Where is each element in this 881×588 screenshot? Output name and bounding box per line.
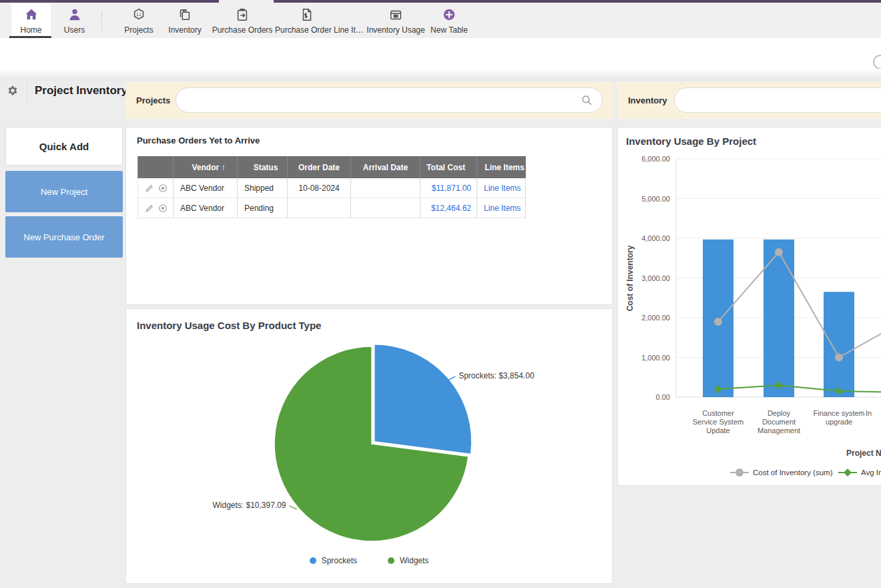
gear-icon[interactable] [7, 85, 19, 97]
cell-status: Shipped [238, 178, 288, 198]
cell-total-cost-link[interactable]: $12,464.62 [431, 204, 471, 213]
y-tick-label: 5,000.00 [641, 195, 670, 203]
top-navigation-bar: Home Users Projects Inventory [0, 0, 881, 38]
line-series [718, 252, 881, 358]
column-header-arrival-date[interactable]: Arrival Date [351, 156, 420, 178]
column-header-total-cost[interactable]: Total Cost [420, 156, 477, 178]
bar-1[interactable] [764, 240, 794, 397]
edit-pencil-icon[interactable] [145, 184, 154, 193]
purchase-orders-report-card: Purchase Orders Yet to Arrive Vendor ↑ S… [125, 127, 613, 305]
projects-search-label: Projects [136, 95, 170, 105]
new-table-plus-icon [430, 7, 469, 22]
edit-pencil-icon[interactable] [145, 204, 154, 213]
y-tick-label: 6,000.00 [641, 155, 670, 163]
x-category-label: Document [762, 418, 796, 426]
line-point-circle[interactable] [835, 354, 843, 362]
legend-label: Widgets [400, 556, 428, 565]
table-row[interactable]: ABC Vendor Shipped 10-08-2024 $11,871.00… [137, 178, 526, 198]
x-category-label: Management [758, 426, 800, 434]
column-header-vendor[interactable]: Vendor ↑ [174, 156, 238, 178]
header-shadow-gradient [0, 69, 881, 81]
inventory-search-input[interactable] [685, 89, 881, 111]
legend-marker-diamond [844, 469, 852, 477]
tab-label: Home [20, 25, 41, 35]
tab-inventory[interactable]: Inventory [164, 3, 206, 38]
cell-total-cost-link[interactable]: $11,871.00 [432, 184, 471, 193]
x-category-label: Update [706, 426, 729, 434]
new-project-button[interactable]: New Project [5, 171, 123, 212]
line-point-circle[interactable] [714, 318, 722, 326]
line-point-circle[interactable] [775, 248, 783, 256]
view-eye-icon[interactable] [158, 184, 168, 193]
x-category-label: Customer [702, 409, 734, 417]
search-icon[interactable] [581, 94, 593, 106]
x-category-label: In [866, 409, 872, 417]
inventory-search-band: Inventory [617, 82, 881, 119]
report-title: Purchase Orders Yet to Arrive [137, 135, 260, 145]
view-eye-icon[interactable] [158, 204, 168, 213]
inventory-usage-table-icon [366, 7, 426, 22]
pie-legend-item[interactable]: Sprockets [310, 556, 357, 565]
cell-line-items-link[interactable]: Line Items [484, 204, 521, 213]
column-header-status[interactable]: Status [238, 156, 288, 178]
nav-divider [101, 11, 102, 30]
purchase-orders-table: Vendor ↑ Status Order Date Arrival Date … [137, 156, 526, 218]
x-axis-title: Project Na [846, 449, 881, 458]
bar-line-chart[interactable]: 0.001,000.002,000.003,000.004,000.005,00… [618, 154, 881, 485]
breadcrumb-bar: Project Inventory Starter App > Dashboar… [0, 38, 881, 69]
legend-color-dot [388, 557, 394, 564]
bar-2[interactable] [824, 292, 854, 397]
x-category-label: Finance system [813, 409, 864, 417]
pie-callout-line [448, 376, 455, 380]
pie-legend-item[interactable]: Widgets [388, 556, 428, 565]
tab-label: Purchase Order Line It… [275, 25, 364, 35]
new-purchase-order-button[interactable]: New Purchase Order [5, 216, 123, 258]
tab-users[interactable]: Users [56, 3, 93, 38]
tab-home[interactable]: Home [11, 3, 51, 38]
x-category-label: upgrade [826, 418, 852, 426]
pie-legend: SprocketsWidgets [126, 556, 612, 565]
y-axis-title: Cost of Inventory [625, 245, 635, 311]
combo-chart-card: Inventory Usage By Project 0.001,000.002… [617, 127, 881, 486]
y-tick-label: 4,000.00 [641, 234, 670, 242]
pie-callout-line [290, 506, 297, 509]
app-root: Home Users Projects Inventory [0, 0, 881, 588]
cell-line-items-link[interactable]: Line Items [484, 184, 521, 193]
legend-label[interactable]: Cost of Inventory (sum) [753, 469, 833, 477]
tab-label: Projects [124, 25, 153, 35]
projects-search-input[interactable] [187, 89, 575, 111]
table-row[interactable]: ABC Vendor Pending $12,464.62 Line Items [137, 198, 526, 218]
y-tick-label: 2,000.00 [641, 314, 670, 322]
tab-projects[interactable]: Projects [117, 3, 160, 38]
legend-label: Sprockets [322, 556, 357, 565]
cell-order-date [288, 198, 351, 218]
purchase-order-line-items-table-icon [275, 7, 339, 22]
pie-slice-sprockets[interactable] [374, 344, 472, 455]
tab-purchase-orders[interactable]: Purchase Orders [211, 3, 274, 38]
legend-color-dot [310, 557, 316, 564]
tab-inventory-usage[interactable]: Inventory Usage [366, 3, 426, 38]
x-category-label: Service System [693, 418, 744, 426]
projects-search-band: Projects [125, 82, 613, 119]
projects-search-box[interactable] [176, 87, 603, 113]
cell-vendor: ABC Vendor [174, 178, 238, 198]
combo-chart-title: Inventory Usage By Project [626, 135, 756, 147]
column-header-order-date[interactable]: Order Date [288, 156, 351, 178]
tab-label: Inventory Usage [366, 25, 424, 35]
inventory-search-box[interactable] [674, 87, 881, 113]
legend-label[interactable]: Avg Inventory [861, 469, 881, 477]
breadcrumb-divider [27, 80, 27, 103]
legend-marker-circle [736, 469, 744, 477]
pie-chart[interactable]: Sprockets: $3,854.00Widgets: $10,397.09 [126, 309, 612, 549]
cell-order-date: 10-08-2024 [288, 178, 351, 198]
y-tick-label: 3,000.00 [641, 274, 670, 282]
inventory-table-icon [164, 7, 206, 22]
column-header-line-items[interactable]: Line Items [477, 156, 526, 178]
quick-add-title: Quick Add [39, 141, 89, 152]
users-icon [56, 7, 93, 22]
x-category-label: Deploy [768, 409, 791, 417]
home-icon [11, 7, 51, 22]
purchase-orders-table-icon [211, 7, 274, 22]
tab-new-table[interactable]: New Table [430, 3, 469, 38]
tab-purchase-order-line-items[interactable]: Purchase Order Line It… [275, 3, 339, 38]
